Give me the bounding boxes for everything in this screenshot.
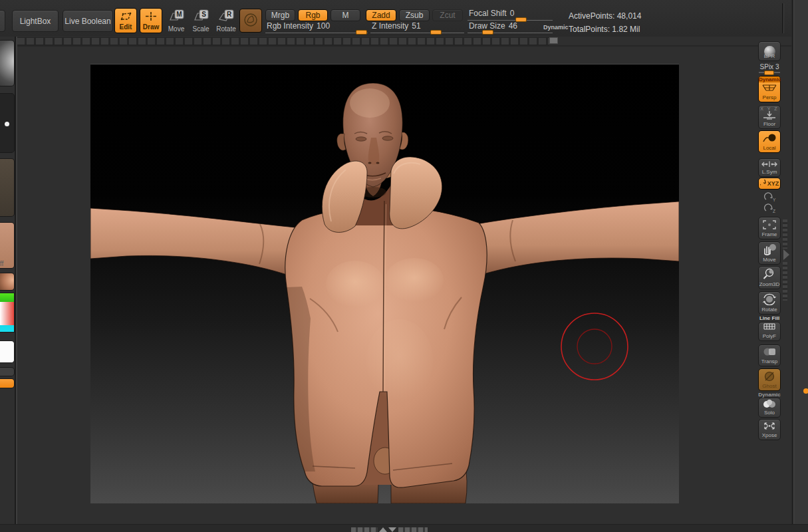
switch-color-swatch[interactable]: [0, 378, 15, 388]
xyz-arrow-icon: [760, 180, 766, 188]
zcut-button[interactable]: Zcut: [432, 9, 463, 21]
xyz-button[interactable]: XYZ: [758, 178, 781, 190]
toolbar-seam: [0, 45, 808, 47]
ghost-icon: [763, 371, 776, 383]
ghost-button[interactable]: Ghost: [758, 368, 781, 391]
floor-button[interactable]: X Y Z Floor: [758, 105, 781, 129]
scale-tool-button[interactable]: S Scale: [190, 9, 212, 33]
brush-circle-icon: [243, 12, 259, 30]
bottom-divider-ridge-left[interactable]: [351, 527, 378, 532]
left-tray-edge[interactable]: [15, 37, 17, 532]
persp-dynamic-badge: Dynamic: [759, 76, 780, 82]
top-toolbar: LightBox Live Boolean Edit Draw M Move S: [0, 0, 808, 37]
transp-icon: [762, 347, 777, 358]
texture-thumbnail[interactable]: Off: [0, 222, 15, 269]
tray-expand-up-icon[interactable]: [379, 527, 387, 532]
persp-grid-icon: [761, 82, 777, 94]
right-shelf-scrollbar-top[interactable]: [783, 219, 787, 249]
stroke-dot-icon: [5, 122, 9, 126]
tray-orange-dot: [803, 388, 808, 394]
draw-icon: [145, 11, 157, 23]
svg-text:Z: Z: [773, 209, 775, 213]
frame-button[interactable]: Frame: [758, 217, 781, 239]
color-picker-green: [0, 293, 15, 302]
move-nav-button[interactable]: Move: [758, 241, 781, 265]
xpose-button[interactable]: Xpose: [758, 419, 781, 440]
bottom-divider-ridge-right[interactable]: [398, 527, 428, 532]
lightbox-button[interactable]: LightBox: [12, 10, 59, 32]
z-rotate-icon[interactable]: Z: [763, 203, 776, 213]
zoom3d-icon: [762, 268, 777, 281]
brush-thumbnail[interactable]: [0, 40, 15, 86]
transp-button[interactable]: Transp: [758, 344, 781, 366]
current-brush-button[interactable]: [239, 9, 262, 33]
z-intensity-slider[interactable]: Z Intensity51: [370, 21, 464, 33]
alpha-thumbnail[interactable]: [0, 158, 15, 217]
zoom3d-button[interactable]: Zoom3D: [758, 266, 781, 289]
secondary-color-swatch[interactable]: [0, 367, 15, 376]
frame-icon: [762, 219, 777, 231]
m-button[interactable]: M: [331, 9, 360, 21]
main-color-swatch[interactable]: [0, 340, 15, 363]
color-picker-square: [0, 302, 15, 325]
right-shelf-scrollbar-bottom[interactable]: [783, 262, 787, 301]
spix-knob[interactable]: [764, 70, 774, 75]
mrgb-button[interactable]: Mrgb: [265, 9, 295, 21]
rgb-intensity-slider[interactable]: Rgb Intensity100: [265, 21, 368, 33]
rotate-nav-button[interactable]: Rotate: [758, 291, 781, 315]
polyframe-grid-icon: [763, 323, 776, 333]
polyf-button[interactable]: PolyF: [758, 322, 781, 341]
brush-cursor: [561, 313, 628, 380]
y-rotate-icon[interactable]: Y: [763, 192, 776, 202]
svg-text:S: S: [202, 11, 206, 18]
floor-axes-label: X Y Z: [760, 106, 778, 111]
rotate3d-icon: [762, 293, 777, 307]
svg-text:R: R: [227, 11, 232, 18]
right-tray[interactable]: [791, 0, 808, 532]
persp-button[interactable]: Dynamic Persp: [758, 76, 781, 102]
bpr-button[interactable]: BPR: [758, 41, 781, 61]
zsub-button[interactable]: Zsub: [399, 9, 430, 21]
material-thumbnail[interactable]: [0, 273, 15, 291]
sculpt-viewport: [90, 65, 679, 503]
draw-size-knob[interactable]: [482, 30, 493, 35]
right-tray-handle[interactable]: [783, 249, 789, 260]
right-eye: [382, 136, 393, 140]
edit-button[interactable]: Edit: [114, 8, 137, 33]
move-icon: M: [168, 9, 185, 25]
rotate-icon: R: [217, 9, 235, 25]
zadd-button[interactable]: Zadd: [366, 9, 396, 21]
svg-text:M: M: [176, 11, 182, 18]
draw-button[interactable]: Draw: [140, 8, 162, 33]
rgb-button[interactable]: Rgb: [298, 9, 328, 21]
dynamic-mode-label[interactable]: Dynamic: [543, 24, 569, 31]
z-intensity-knob[interactable]: [430, 30, 442, 35]
solo-button[interactable]: Solo: [758, 398, 781, 418]
clipped-left-button[interactable]: [0, 10, 5, 32]
document-canvas[interactable]: [90, 65, 679, 503]
canvas-hscrollbar-handle[interactable]: [549, 37, 558, 44]
scale-icon: S: [192, 9, 209, 25]
local-icon: [761, 132, 777, 145]
rotate-tool-button[interactable]: R Rotate: [214, 9, 238, 33]
focal-shift-slider[interactable]: Focal Shift0: [468, 9, 553, 21]
color-picker-cyan: [0, 325, 15, 332]
color-picker[interactable]: [0, 293, 15, 332]
live-boolean-button[interactable]: Live Boolean: [63, 10, 113, 32]
draw-size-slider[interactable]: Draw Size46: [468, 21, 553, 33]
lsym-icon: [761, 160, 778, 169]
canvas-hscrollbar[interactable]: [17, 37, 549, 45]
svg-text:Y: Y: [773, 198, 776, 202]
edit-icon: [119, 11, 132, 23]
spix-label: SPix 3: [757, 63, 782, 70]
line-fill-label: Line Fill: [758, 315, 781, 321]
lsym-button[interactable]: L.Sym: [758, 158, 781, 177]
move-tool-button[interactable]: M Move: [165, 9, 188, 33]
tray-collapse-down-icon[interactable]: [388, 527, 396, 532]
stroke-thumbnail[interactable]: [0, 93, 15, 153]
texture-off-label: Off: [0, 260, 3, 267]
local-button[interactable]: Local: [758, 130, 781, 153]
rgb-intensity-knob[interactable]: [356, 30, 367, 35]
move-hand-icon: [761, 243, 777, 257]
toolbar-divider: [782, 3, 784, 33]
